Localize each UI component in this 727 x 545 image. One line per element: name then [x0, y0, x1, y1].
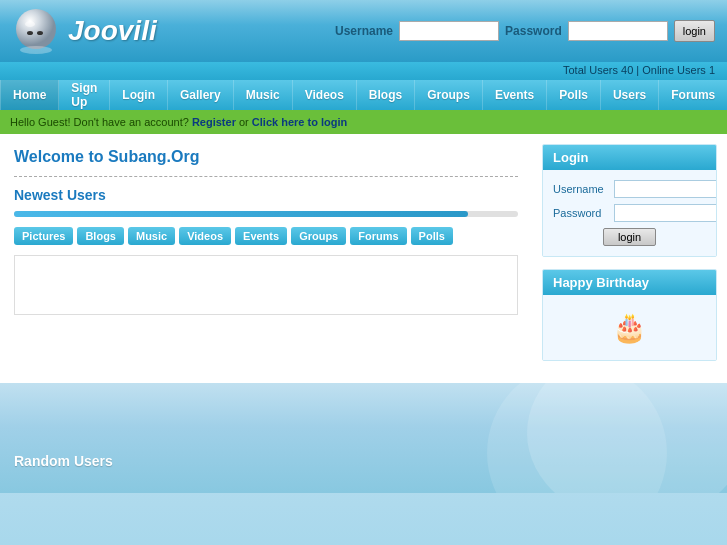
nav-login[interactable]: Login — [110, 80, 168, 110]
header-username-input[interactable] — [399, 21, 499, 41]
stats-bar: Total Users 40 | Online Users 1 — [0, 62, 727, 80]
tab-forums[interactable]: Forums — [350, 227, 406, 245]
sidebar-birthday-box: Happy Birthday 🎂 — [542, 269, 717, 361]
sidebar-login-header: Login — [543, 145, 716, 170]
tab-videos[interactable]: Videos — [179, 227, 231, 245]
header-password-label: Password — [505, 24, 562, 38]
header-login-form: Username Password login — [335, 20, 715, 42]
nav-blogs[interactable]: Blogs — [357, 80, 415, 110]
header-username-label: Username — [335, 24, 393, 38]
sidebar-birthday-body: 🎂 — [543, 295, 716, 360]
sidebar-password-input[interactable] — [614, 204, 717, 222]
sidebar-login-body: Username Password login — [543, 170, 716, 256]
or-text: or — [236, 116, 252, 128]
guest-bar: Hello Guest! Don't have an account? Regi… — [0, 110, 727, 134]
progress-bar-fill — [14, 211, 468, 217]
welcome-title: Welcome to Subang.Org — [14, 148, 518, 166]
sidebar-birthday-header: Happy Birthday — [543, 270, 716, 295]
sidebar-username-input[interactable] — [614, 180, 717, 198]
logo-area: Joovili — [12, 7, 157, 55]
nav-events[interactable]: Events — [483, 80, 547, 110]
tab-pictures[interactable]: Pictures — [14, 227, 73, 245]
svg-point-1 — [27, 31, 33, 35]
tab-blogs[interactable]: Blogs — [77, 227, 124, 245]
sidebar-password-label: Password — [553, 207, 608, 219]
nav-users[interactable]: Users — [601, 80, 659, 110]
sidebar-username-label: Username — [553, 183, 608, 195]
sidebar-login-button[interactable]: login — [603, 228, 656, 246]
header-password-input[interactable] — [568, 21, 668, 41]
sidebar-username-field: Username — [553, 180, 706, 198]
tab-polls[interactable]: Polls — [411, 227, 453, 245]
nav-gallery[interactable]: Gallery — [168, 80, 234, 110]
nav-videos[interactable]: Videos — [293, 80, 357, 110]
guest-text: Hello Guest! Don't have an account? — [10, 116, 192, 128]
tab-events[interactable]: Events — [235, 227, 287, 245]
stats-text: Total Users 40 | Online Users 1 — [563, 64, 715, 76]
category-tabs: Pictures Blogs Music Videos Events Group… — [14, 227, 518, 245]
navbar: Home Sign Up Login Gallery Music Videos … — [0, 80, 727, 110]
login-link[interactable]: Click here to login — [252, 116, 347, 128]
tab-music[interactable]: Music — [128, 227, 175, 245]
svg-point-0 — [16, 9, 56, 49]
register-link[interactable]: Register — [192, 116, 236, 128]
sidebar-password-field: Password — [553, 204, 706, 222]
birthday-icon: 🎂 — [553, 305, 706, 350]
nav-music[interactable]: Music — [234, 80, 293, 110]
main-content: Welcome to Subang.Org Newest Users Pictu… — [0, 134, 727, 383]
content-area: Welcome to Subang.Org Newest Users Pictu… — [0, 134, 532, 383]
svg-point-2 — [37, 31, 43, 35]
svg-point-3 — [25, 21, 35, 27]
bottom-area: Random Users — [0, 383, 727, 493]
logo-text: Joovili — [68, 15, 157, 47]
content-box — [14, 255, 518, 315]
header-login-button[interactable]: login — [674, 20, 715, 42]
nav-signup[interactable]: Sign Up — [59, 80, 110, 110]
newest-users-title: Newest Users — [14, 187, 518, 203]
sidebar-login-box: Login Username Password login — [542, 144, 717, 257]
random-users-title: Random Users — [14, 453, 713, 469]
divider-1 — [14, 176, 518, 177]
svg-point-4 — [20, 46, 52, 54]
nav-polls[interactable]: Polls — [547, 80, 601, 110]
logo-icon — [12, 7, 60, 55]
nav-groups[interactable]: Groups — [415, 80, 483, 110]
progress-bar-container — [14, 211, 518, 217]
nav-forums[interactable]: Forums — [659, 80, 727, 110]
sidebar: Login Username Password login Happy Birt… — [532, 134, 727, 383]
tab-groups[interactable]: Groups — [291, 227, 346, 245]
nav-home[interactable]: Home — [0, 80, 59, 110]
